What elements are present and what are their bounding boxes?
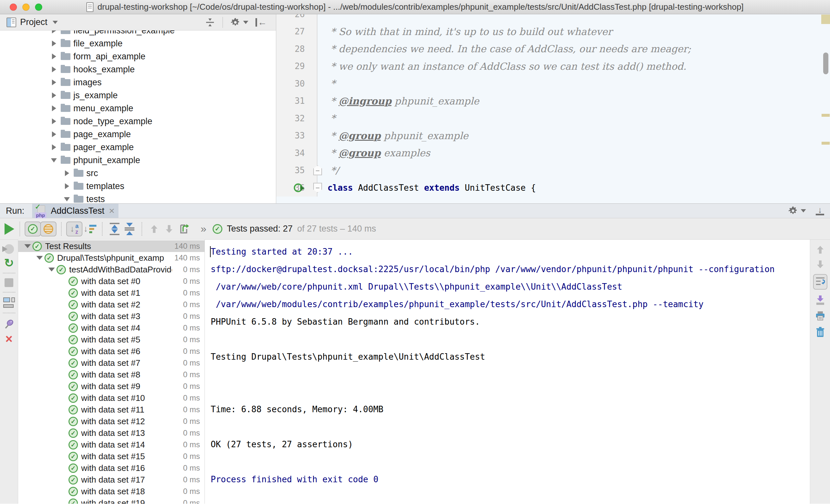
layout-settings-icon[interactable] (3, 297, 15, 308)
sort-alphabetically-toggle[interactable]: ↓ az (66, 222, 83, 236)
close-icon[interactable]: × (5, 334, 12, 344)
test-tree-row[interactable]: with data set #9 0 ms (18, 380, 204, 392)
project-tree-row[interactable]: pager_example (0, 141, 276, 154)
up-stack-trace-icon[interactable] (816, 245, 825, 255)
tree-expand-arrow-icon[interactable] (49, 40, 58, 46)
chevron-down-icon[interactable] (53, 21, 58, 24)
test-tree-row[interactable]: with data set #19 0 ms (18, 497, 204, 504)
test-tree-row[interactable]: Test Results 140 ms (18, 240, 204, 252)
tree-expand-arrow-icon[interactable] (49, 79, 58, 85)
expand-all-button[interactable] (107, 222, 122, 236)
hide-panel-icon[interactable]: ← (255, 17, 267, 28)
project-tree-row[interactable]: hooks_example (0, 63, 276, 76)
project-tree-row[interactable]: node_type_example (0, 115, 276, 128)
test-tree-row[interactable]: with data set #12 0 ms (18, 415, 204, 427)
tree-expand-arrow-icon[interactable] (62, 183, 71, 189)
tree-expand-arrow-icon[interactable] (49, 105, 58, 111)
project-tree-row[interactable]: form_api_example (0, 50, 276, 63)
run-tab[interactable]: ✓ php AddClassTest × (32, 204, 119, 218)
previous-occurrence-button[interactable] (147, 222, 162, 236)
editor-scrollbar-thumb[interactable] (823, 53, 828, 74)
editor-gutter[interactable]: 27 (276, 23, 317, 40)
test-tree-row[interactable]: Drupal\Tests\phpunit_examp 140 ms (18, 252, 204, 264)
editor-gutter[interactable]: 36 (276, 179, 317, 197)
editor-gutter[interactable]: 30 (276, 75, 317, 93)
editor-gutter[interactable]: 35 (276, 162, 317, 179)
test-tree-row[interactable]: with data set #13 0 ms (18, 427, 204, 439)
show-passed-toggle[interactable] (25, 222, 41, 236)
test-tree-row[interactable]: with data set #11 0 ms (18, 404, 204, 415)
test-tree-row[interactable]: with data set #2 0 ms (18, 299, 204, 310)
tree-expand-arrow-icon[interactable] (49, 31, 58, 33)
test-console-output[interactable]: Testing started at 20:37 ...sftp://docke… (205, 240, 810, 504)
show-ignored-toggle[interactable] (40, 222, 57, 236)
sort-by-duration-button[interactable]: ↓ (83, 222, 97, 236)
zoom-window-button[interactable] (35, 4, 42, 11)
test-tree-row[interactable]: with data set #3 0 ms (18, 310, 204, 322)
test-tree-row[interactable]: with data set #16 0 ms (18, 462, 204, 474)
tree-expand-arrow-icon[interactable] (49, 144, 58, 150)
pin-tab-icon[interactable] (3, 318, 15, 330)
editor-gutter[interactable]: 33 (276, 127, 317, 145)
test-tree-row[interactable]: with data set #1 0 ms (18, 287, 204, 299)
project-tree-row[interactable]: images (0, 76, 276, 89)
rerun-tests-icon[interactable] (4, 223, 14, 235)
project-tree-row[interactable]: page_example (0, 128, 276, 141)
close-tab-icon[interactable]: × (109, 206, 115, 216)
project-tree-row[interactable]: templates (0, 180, 276, 193)
tree-expand-arrow-icon[interactable] (23, 244, 32, 248)
editor-gutter[interactable]: 34 (276, 144, 317, 162)
run-test-gutter-icon[interactable] (294, 183, 302, 192)
tree-expand-arrow-icon[interactable] (35, 256, 44, 260)
project-tree-row[interactable]: js_example (0, 89, 276, 102)
test-tree-row[interactable]: with data set #6 0 ms (18, 345, 204, 357)
test-tree-row[interactable]: with data set #5 0 ms (18, 334, 204, 345)
test-tree-row[interactable]: with data set #4 0 ms (18, 322, 204, 334)
next-occurrence-button[interactable] (162, 222, 177, 236)
editor-gutter[interactable]: 31 (276, 93, 317, 110)
test-tree-row[interactable]: testAddWithBadDataProvider 0 ms (18, 264, 204, 275)
project-panel-title[interactable]: Project (20, 17, 47, 27)
stop-icon[interactable] (4, 278, 13, 287)
test-tree-row[interactable]: with data set #8 0 ms (18, 369, 204, 380)
code-editor[interactable]: 26 27 * So with that in mind, it's up to… (276, 14, 830, 203)
minimize-window-button[interactable] (22, 4, 30, 11)
scroll-to-end-icon[interactable] (815, 295, 826, 305)
test-tree-row[interactable]: with data set #17 0 ms (18, 474, 204, 485)
tree-expand-arrow-icon[interactable] (49, 119, 58, 124)
import-test-results-button[interactable] (177, 222, 192, 236)
more-toolbar-chevron[interactable]: » (201, 223, 205, 235)
rerun-failed-tests-icon[interactable]: ↻ (4, 258, 13, 268)
project-tree-row[interactable]: field_permission_example (0, 31, 276, 37)
rerun-icon[interactable] (4, 244, 14, 254)
tree-expand-arrow-icon[interactable] (49, 158, 58, 163)
editor-gutter[interactable]: 28 (276, 40, 317, 58)
test-tree-row[interactable]: with data set #7 0 ms (18, 357, 204, 369)
hide-panel-icon[interactable]: ↓ (816, 206, 824, 215)
print-icon[interactable] (815, 310, 826, 322)
tree-expand-arrow-icon[interactable] (49, 93, 58, 98)
run-settings-button[interactable] (788, 206, 806, 216)
tree-expand-arrow-icon[interactable] (49, 131, 58, 137)
clear-all-icon[interactable] (815, 326, 826, 338)
editor-gutter[interactable]: 29 (276, 58, 317, 75)
soft-wrap-toggle[interactable] (813, 274, 827, 290)
test-tree-row[interactable]: with data set #18 0 ms (18, 485, 204, 497)
tree-expand-arrow-icon[interactable] (47, 268, 57, 271)
project-tree-row[interactable]: tests (0, 193, 276, 203)
test-tree-row[interactable]: with data set #0 0 ms (18, 275, 204, 287)
project-tree-row[interactable]: menu_example (0, 102, 276, 115)
tree-expand-arrow-icon[interactable] (49, 54, 58, 59)
project-tree-row[interactable]: file_example (0, 37, 276, 50)
test-tree-row[interactable]: with data set #15 0 ms (18, 450, 204, 462)
project-tree-row[interactable]: src (0, 167, 276, 180)
collapse-all-button[interactable] (122, 222, 137, 236)
test-tree-row[interactable]: with data set #14 0 ms (18, 439, 204, 450)
test-tree-row[interactable]: with data set #10 0 ms (18, 392, 204, 404)
tree-expand-arrow-icon[interactable] (62, 197, 71, 201)
project-settings-button[interactable] (230, 17, 248, 28)
close-window-button[interactable] (10, 4, 17, 11)
tree-expand-arrow-icon[interactable] (49, 66, 58, 72)
project-tree-row[interactable]: phpunit_example (0, 154, 276, 167)
down-stack-trace-icon[interactable] (816, 260, 825, 269)
